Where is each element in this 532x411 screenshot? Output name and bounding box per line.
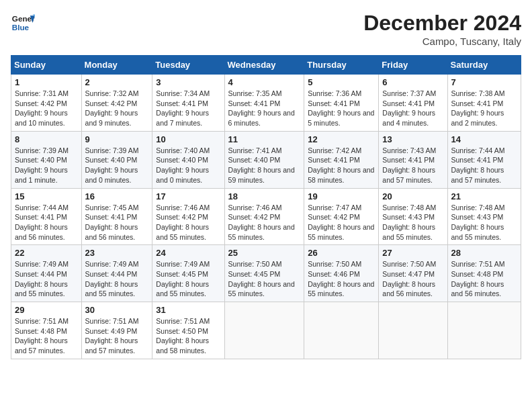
day-info: Sunrise: 7:49 AM Sunset: 4:44 PM Dayligh… — [85, 259, 149, 299]
day-number: 24 — [156, 248, 220, 258]
svg-text:Blue: Blue — [12, 23, 30, 32]
day-info: Sunrise: 7:42 AM Sunset: 4:41 PM Dayligh… — [308, 146, 375, 185]
day-number: 9 — [85, 134, 149, 144]
day-info: Sunrise: 7:34 AM Sunset: 4:41 PM Dayligh… — [156, 89, 220, 128]
day-cell-6: 6 Sunrise: 7:37 AM Sunset: 4:41 PM Dayli… — [379, 75, 447, 132]
day-number: 7 — [451, 77, 517, 87]
day-info: Sunrise: 7:48 AM Sunset: 4:43 PM Dayligh… — [382, 203, 443, 242]
day-info: Sunrise: 7:46 AM Sunset: 4:42 PM Dayligh… — [228, 203, 301, 242]
location: Campo, Tuscany, Italy — [363, 36, 521, 47]
day-cell-11: 11 Sunrise: 7:41 AM Sunset: 4:40 PM Dayl… — [224, 131, 304, 188]
day-number: 26 — [308, 248, 375, 258]
day-number: 2 — [85, 77, 149, 87]
logo: General Blue — [11, 11, 35, 35]
day-cell-17: 17 Sunrise: 7:46 AM Sunset: 4:42 PM Dayl… — [152, 188, 224, 245]
day-number: 27 — [382, 248, 443, 258]
col-saturday: Saturday — [447, 56, 521, 75]
day-cell-2: 2 Sunrise: 7:32 AM Sunset: 4:42 PM Dayli… — [81, 75, 152, 132]
day-number: 10 — [156, 134, 220, 144]
day-cell-27: 27 Sunrise: 7:50 AM Sunset: 4:47 PM Dayl… — [379, 245, 447, 302]
day-number: 8 — [15, 134, 78, 144]
day-info: Sunrise: 7:50 AM Sunset: 4:47 PM Dayligh… — [382, 259, 443, 299]
day-cell-16: 16 Sunrise: 7:45 AM Sunset: 4:41 PM Dayl… — [81, 188, 152, 245]
day-cell-7: 7 Sunrise: 7:38 AM Sunset: 4:41 PM Dayli… — [447, 75, 521, 132]
day-info: Sunrise: 7:44 AM Sunset: 4:41 PM Dayligh… — [451, 146, 517, 185]
day-info: Sunrise: 7:48 AM Sunset: 4:43 PM Dayligh… — [451, 203, 517, 242]
day-cell-19: 19 Sunrise: 7:47 AM Sunset: 4:42 PM Dayl… — [304, 188, 379, 245]
calendar-table: Sunday Monday Tuesday Wednesday Thursday… — [11, 55, 521, 359]
day-number: 30 — [85, 305, 149, 315]
calendar-row: 8 Sunrise: 7:39 AM Sunset: 4:40 PM Dayli… — [11, 131, 521, 188]
day-info: Sunrise: 7:46 AM Sunset: 4:42 PM Dayligh… — [156, 203, 220, 242]
day-number: 1 — [15, 77, 78, 87]
day-cell-1: 1 Sunrise: 7:31 AM Sunset: 4:42 PM Dayli… — [11, 75, 82, 132]
day-info: Sunrise: 7:51 AM Sunset: 4:50 PM Dayligh… — [156, 316, 220, 356]
day-number: 12 — [308, 134, 375, 144]
empty-cell — [224, 302, 304, 359]
day-info: Sunrise: 7:36 AM Sunset: 4:41 PM Dayligh… — [308, 89, 375, 128]
calendar-row: 15 Sunrise: 7:44 AM Sunset: 4:41 PM Dayl… — [11, 188, 521, 245]
day-cell-29: 29 Sunrise: 7:51 AM Sunset: 4:48 PM Dayl… — [11, 302, 82, 359]
day-cell-25: 25 Sunrise: 7:50 AM Sunset: 4:45 PM Dayl… — [224, 245, 304, 302]
day-cell-15: 15 Sunrise: 7:44 AM Sunset: 4:41 PM Dayl… — [11, 188, 82, 245]
day-cell-9: 9 Sunrise: 7:39 AM Sunset: 4:40 PM Dayli… — [81, 131, 152, 188]
day-number: 22 — [15, 248, 78, 258]
empty-cell — [304, 302, 379, 359]
calendar-row: 22 Sunrise: 7:49 AM Sunset: 4:44 PM Dayl… — [11, 245, 521, 302]
col-sunday: Sunday — [11, 56, 82, 75]
day-info: Sunrise: 7:40 AM Sunset: 4:40 PM Dayligh… — [156, 146, 220, 185]
day-info: Sunrise: 7:51 AM Sunset: 4:48 PM Dayligh… — [15, 316, 78, 356]
day-info: Sunrise: 7:39 AM Sunset: 4:40 PM Dayligh… — [85, 146, 149, 185]
day-number: 16 — [85, 191, 149, 201]
day-number: 13 — [382, 134, 443, 144]
day-number: 25 — [228, 248, 301, 258]
day-info: Sunrise: 7:51 AM Sunset: 4:48 PM Dayligh… — [451, 259, 517, 299]
col-friday: Friday — [379, 56, 447, 75]
col-wednesday: Wednesday — [224, 56, 304, 75]
day-cell-13: 13 Sunrise: 7:43 AM Sunset: 4:41 PM Dayl… — [379, 131, 447, 188]
col-tuesday: Tuesday — [152, 56, 224, 75]
empty-cell — [379, 302, 447, 359]
day-number: 21 — [451, 191, 517, 201]
day-cell-4: 4 Sunrise: 7:35 AM Sunset: 4:41 PM Dayli… — [224, 75, 304, 132]
day-number: 17 — [156, 191, 220, 201]
calendar-row: 1 Sunrise: 7:31 AM Sunset: 4:42 PM Dayli… — [11, 75, 521, 132]
calendar-row: 29 Sunrise: 7:51 AM Sunset: 4:48 PM Dayl… — [11, 302, 521, 359]
day-cell-3: 3 Sunrise: 7:34 AM Sunset: 4:41 PM Dayli… — [152, 75, 224, 132]
logo-icon: General Blue — [11, 11, 35, 35]
day-info: Sunrise: 7:44 AM Sunset: 4:41 PM Dayligh… — [15, 203, 78, 242]
day-number: 19 — [308, 191, 375, 201]
day-number: 31 — [156, 305, 220, 315]
day-info: Sunrise: 7:32 AM Sunset: 4:42 PM Dayligh… — [85, 89, 149, 128]
day-info: Sunrise: 7:47 AM Sunset: 4:42 PM Dayligh… — [308, 203, 375, 242]
day-info: Sunrise: 7:35 AM Sunset: 4:41 PM Dayligh… — [228, 89, 301, 128]
page-header: General Blue December 2024 Campo, Tuscan… — [11, 11, 521, 47]
col-monday: Monday — [81, 56, 152, 75]
day-number: 4 — [228, 77, 301, 87]
day-cell-31: 31 Sunrise: 7:51 AM Sunset: 4:50 PM Dayl… — [152, 302, 224, 359]
day-info: Sunrise: 7:45 AM Sunset: 4:41 PM Dayligh… — [85, 203, 149, 242]
col-thursday: Thursday — [304, 56, 379, 75]
day-cell-14: 14 Sunrise: 7:44 AM Sunset: 4:41 PM Dayl… — [447, 131, 521, 188]
day-info: Sunrise: 7:51 AM Sunset: 4:49 PM Dayligh… — [85, 316, 149, 356]
day-cell-5: 5 Sunrise: 7:36 AM Sunset: 4:41 PM Dayli… — [304, 75, 379, 132]
day-cell-18: 18 Sunrise: 7:46 AM Sunset: 4:42 PM Dayl… — [224, 188, 304, 245]
day-info: Sunrise: 7:43 AM Sunset: 4:41 PM Dayligh… — [382, 146, 443, 185]
day-number: 5 — [308, 77, 375, 87]
day-cell-10: 10 Sunrise: 7:40 AM Sunset: 4:40 PM Dayl… — [152, 131, 224, 188]
day-number: 6 — [382, 77, 443, 87]
title-block: December 2024 Campo, Tuscany, Italy — [363, 11, 521, 47]
day-cell-21: 21 Sunrise: 7:48 AM Sunset: 4:43 PM Dayl… — [447, 188, 521, 245]
day-number: 11 — [228, 134, 301, 144]
day-cell-12: 12 Sunrise: 7:42 AM Sunset: 4:41 PM Dayl… — [304, 131, 379, 188]
day-number: 29 — [15, 305, 78, 315]
day-cell-30: 30 Sunrise: 7:51 AM Sunset: 4:49 PM Dayl… — [81, 302, 152, 359]
day-number: 14 — [451, 134, 517, 144]
column-headers: Sunday Monday Tuesday Wednesday Thursday… — [11, 56, 521, 75]
day-cell-22: 22 Sunrise: 7:49 AM Sunset: 4:44 PM Dayl… — [11, 245, 82, 302]
day-cell-8: 8 Sunrise: 7:39 AM Sunset: 4:40 PM Dayli… — [11, 131, 82, 188]
day-info: Sunrise: 7:39 AM Sunset: 4:40 PM Dayligh… — [15, 146, 78, 185]
empty-cell — [447, 302, 521, 359]
month-year: December 2024 — [363, 11, 521, 36]
day-cell-23: 23 Sunrise: 7:49 AM Sunset: 4:44 PM Dayl… — [81, 245, 152, 302]
